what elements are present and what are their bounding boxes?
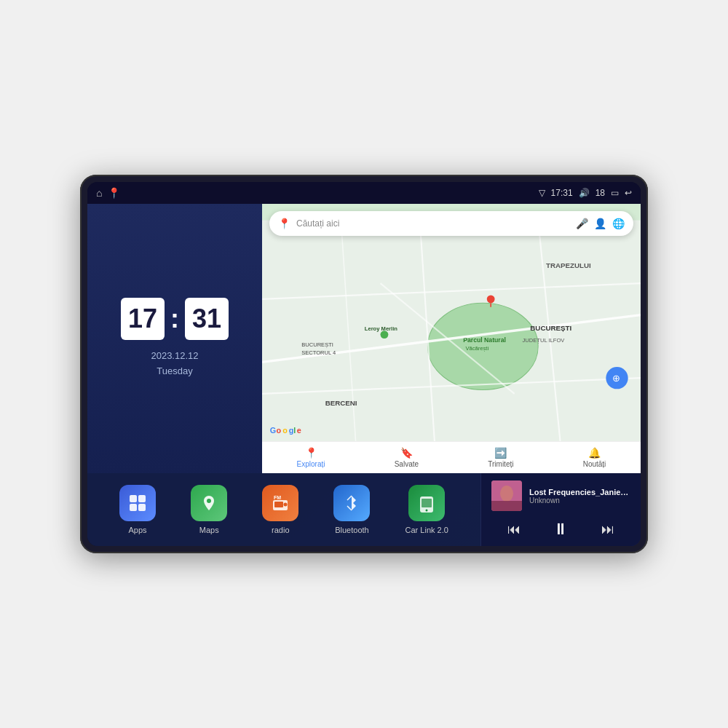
app-icon-radio[interactable]: FM radio: [262, 485, 298, 534]
music-player: Lost Frequencies_Janieck Devy-... Unknow…: [480, 473, 641, 546]
play-pause-button[interactable]: ⏸: [547, 517, 574, 542]
apps-area: Apps Maps: [87, 473, 480, 546]
svg-text:Văcărești: Văcărești: [466, 345, 489, 352]
battery-icon: ▭: [611, 188, 619, 198]
map-nav-explore[interactable]: 📍 Explorați: [297, 447, 325, 468]
clock-widget: 17 : 31 2023.12.12 Tuesday: [87, 204, 262, 473]
news-icon: 🔔: [588, 447, 601, 459]
svg-text:l: l: [293, 426, 296, 435]
svg-text:G: G: [270, 426, 276, 435]
explore-label: Explorați: [297, 460, 325, 468]
svg-text:o: o: [282, 426, 288, 435]
music-artist: Unknown: [529, 496, 630, 505]
svg-point-25: [487, 295, 495, 303]
music-title: Lost Frequencies_Janieck Devy-...: [529, 488, 630, 496]
map-nav-send[interactable]: ➡️ Trimiteți: [488, 447, 513, 468]
bottom-row: Apps Maps: [87, 473, 641, 546]
svg-text:e: e: [297, 426, 301, 435]
volume-icon: 🔊: [579, 188, 590, 198]
app-icon-carlink[interactable]: Car Link 2.0: [405, 485, 448, 534]
prev-button[interactable]: ⏮: [502, 519, 526, 540]
svg-text:JUDEȚUL ILFOV: JUDEȚUL ILFOV: [523, 337, 566, 344]
screen: ⌂ 📍 ▽ 17:31 🔊 18 ▭ ↩ 17 : 31: [87, 182, 641, 546]
maps-status-icon[interactable]: 📍: [108, 187, 120, 199]
status-right: ▽ 17:31 🔊 18 ▭ ↩: [539, 188, 632, 198]
saved-label: Salvate: [395, 460, 419, 468]
music-info: Lost Frequencies_Janieck Devy-... Unknow…: [529, 488, 630, 505]
carlink-icon-img: [408, 485, 445, 521]
svg-point-37: [284, 503, 288, 507]
volume-level: 18: [596, 188, 605, 198]
next-button[interactable]: ⏭: [596, 519, 620, 540]
layers-icon[interactable]: 🌐: [612, 218, 625, 229]
maps-label: Maps: [199, 526, 219, 534]
home-icon[interactable]: ⌂: [96, 187, 102, 199]
music-top: Lost Frequencies_Janieck Devy-... Unknow…: [491, 480, 630, 511]
svg-rect-43: [491, 501, 522, 511]
svg-rect-31: [130, 504, 137, 511]
app-icon-bluetooth[interactable]: Bluetooth: [333, 485, 370, 534]
status-left: ⌂ 📍: [96, 187, 120, 199]
signal-icon: ▽: [539, 188, 545, 198]
clock-hour: 17: [121, 298, 165, 340]
svg-point-40: [426, 510, 428, 512]
svg-text:FM: FM: [274, 495, 281, 500]
apps-label: Apps: [129, 526, 147, 534]
radio-icon-img: FM: [262, 485, 298, 521]
bluetooth-icon-img: [333, 485, 370, 521]
svg-text:o: o: [277, 426, 282, 435]
status-bar: ⌂ 📍 ▽ 17:31 🔊 18 ▭ ↩: [87, 182, 641, 204]
map-area[interactable]: Parcul Natural Văcărești: [262, 204, 641, 473]
svg-rect-39: [422, 499, 432, 507]
svg-rect-32: [138, 504, 146, 511]
maps-icon-img: [191, 485, 227, 521]
music-controls: ⏮ ⏸ ⏭: [491, 517, 630, 542]
back-icon[interactable]: ↩: [625, 188, 632, 198]
clock-date: 2023.12.12 Tuesday: [151, 349, 198, 379]
map-background: Parcul Natural Văcărești: [262, 204, 641, 473]
clock-minute: 31: [185, 298, 229, 340]
clock-display: 17 : 31: [121, 298, 229, 340]
carlink-label: Car Link 2.0: [405, 526, 448, 534]
bluetooth-label: Bluetooth: [335, 526, 368, 534]
svg-point-42: [500, 486, 513, 502]
svg-text:BERCENI: BERCENI: [325, 399, 357, 407]
svg-text:⊕: ⊕: [612, 373, 620, 384]
svg-point-33: [207, 499, 211, 503]
app-icon-maps[interactable]: Maps: [191, 485, 227, 534]
svg-text:Parcul Natural: Parcul Natural: [463, 336, 506, 344]
map-nav-news[interactable]: 🔔 Noutăți: [583, 447, 606, 468]
top-row: 17 : 31 2023.12.12 Tuesday: [87, 204, 641, 473]
svg-text:BUCUREȘTI: BUCUREȘTI: [301, 341, 333, 348]
clock-colon: :: [170, 304, 179, 334]
svg-rect-29: [130, 495, 137, 502]
svg-rect-35: [274, 502, 283, 507]
svg-text:SECTORUL 4: SECTORUL 4: [301, 349, 336, 356]
album-art: [491, 480, 522, 511]
map-nav-saved[interactable]: 🔖 Salvate: [395, 447, 419, 468]
map-bottom-navigation: 📍 Explorați 🔖 Salvate ➡️ Trimiteți: [262, 441, 641, 473]
svg-text:BUCUREȘTI: BUCUREȘTI: [530, 324, 571, 332]
send-label: Trimiteți: [488, 460, 513, 468]
news-label: Noutăți: [583, 460, 606, 468]
saved-icon: 🔖: [400, 447, 413, 459]
search-placeholder: Căutați aici: [296, 218, 570, 229]
map-search-bar[interactable]: 📍 Căutați aici 🎤 👤 🌐: [269, 211, 633, 236]
microphone-icon[interactable]: 🎤: [576, 218, 588, 229]
maps-pin-icon: 📍: [278, 218, 290, 229]
app-icon-apps[interactable]: Apps: [119, 485, 156, 534]
send-icon: ➡️: [494, 447, 507, 459]
main-content: 17 : 31 2023.12.12 Tuesday: [87, 204, 641, 546]
radio-label: radio: [272, 526, 289, 534]
svg-rect-30: [138, 495, 146, 502]
status-time: 17:31: [551, 188, 573, 198]
device: ⌂ 📍 ▽ 17:31 🔊 18 ▭ ↩ 17 : 31: [80, 175, 648, 553]
apps-icon-img: [119, 485, 156, 521]
svg-text:TRAPEZULUI: TRAPEZULUI: [546, 261, 591, 269]
account-icon[interactable]: 👤: [594, 218, 606, 229]
svg-text:Leroy Merlin: Leroy Merlin: [365, 325, 397, 332]
album-art-image: [491, 480, 522, 511]
explore-icon: 📍: [305, 447, 317, 459]
